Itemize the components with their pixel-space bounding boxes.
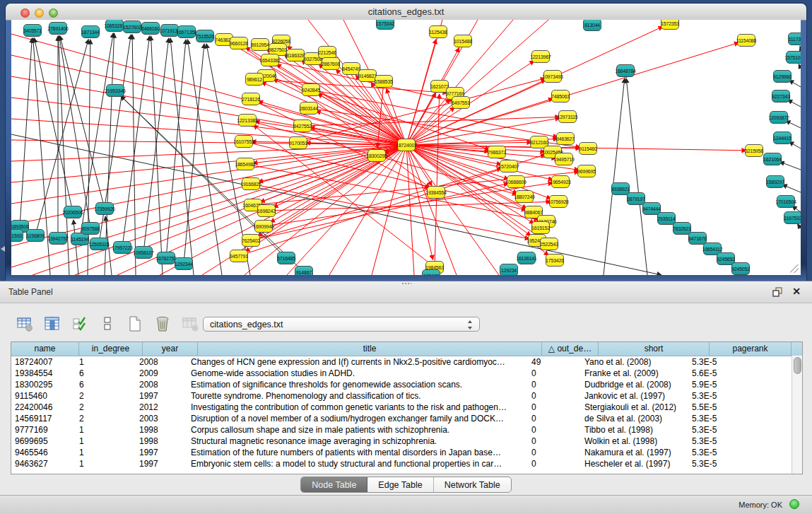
network-node[interactable]: 914867 bbox=[295, 266, 313, 275]
table-cell[interactable]: Yano et al. (2008) bbox=[581, 356, 688, 368]
table-selector-dropdown[interactable]: citations_edges.txt bbox=[203, 317, 480, 332]
network-node[interactable]: 27691406 bbox=[49, 22, 67, 35]
network-node[interactable]: 15751074 bbox=[786, 51, 801, 64]
trash-icon[interactable] bbox=[153, 315, 172, 333]
table-cell[interactable]: 9463627 bbox=[11, 458, 76, 469]
table-cell[interactable]: Wolkin et al. (1998) bbox=[581, 436, 688, 447]
table-cell[interactable]: 9115460 bbox=[11, 390, 76, 402]
table-cell[interactable]: Genome-wide association studies in ADHD. bbox=[187, 368, 528, 379]
panel-collapse-arrow-icon[interactable] bbox=[1, 246, 5, 252]
network-node[interactable]: 1871344 bbox=[81, 25, 100, 38]
network-node[interactable]: 2867608 bbox=[322, 57, 340, 70]
scrollbar-thumb[interactable] bbox=[794, 357, 801, 374]
network-node[interactable]: 813044 bbox=[583, 20, 601, 31]
table-cell[interactable]: 1997 bbox=[136, 458, 187, 469]
table-cell[interactable]: 18300295 bbox=[11, 379, 76, 390]
table-cell[interactable]: 9465546 bbox=[11, 447, 76, 458]
network-node[interactable]: 16909948 bbox=[254, 220, 273, 233]
network-node[interactable]: 18724007 bbox=[397, 139, 416, 151]
table-cell[interactable]: 0 bbox=[528, 424, 581, 436]
table-cell[interactable]: 2 bbox=[76, 390, 136, 402]
network-node[interactable]: 10958107 bbox=[134, 246, 153, 259]
network-node[interactable]: 12213383 bbox=[238, 114, 257, 127]
table-cell[interactable]: 0 bbox=[528, 390, 581, 402]
column-header-name[interactable]: name bbox=[11, 342, 79, 356]
window-resize-grip-icon[interactable] bbox=[790, 264, 799, 273]
table-cell[interactable]: 2008 bbox=[136, 356, 187, 368]
table-cell[interactable]: 2009 bbox=[136, 368, 187, 379]
network-node[interactable]: 129234 bbox=[500, 264, 518, 275]
network-node[interactable]: 10756928 bbox=[549, 195, 567, 208]
network-node[interactable]: 1167533 bbox=[784, 211, 801, 224]
table-cell[interactable]: de Silva et al. (2003) bbox=[581, 413, 688, 424]
network-node[interactable]: 1753426 bbox=[546, 254, 564, 267]
table-cell[interactable]: 49 bbox=[528, 356, 581, 368]
table-row[interactable]: 1830029562008Estimation of significance … bbox=[11, 379, 802, 390]
table-cell[interactable]: 5.5E-5 bbox=[688, 402, 767, 413]
float-window-icon[interactable] bbox=[772, 287, 782, 297]
network-node[interactable]: 16648784 bbox=[616, 64, 635, 77]
table-cell[interactable]: 0 bbox=[528, 413, 581, 424]
column-header-pagerank[interactable]: pagerank bbox=[710, 342, 792, 356]
table-cell[interactable]: 1 bbox=[76, 458, 136, 469]
close-panel-icon[interactable]: ✕ bbox=[792, 286, 801, 297]
table-cell[interactable]: 1 bbox=[76, 447, 136, 458]
panel-drag-grip-icon[interactable] bbox=[401, 282, 411, 286]
table-cell[interactable]: 1 bbox=[76, 356, 136, 368]
row-options-icon[interactable] bbox=[98, 315, 117, 333]
network-node[interactable]: 13942757 bbox=[49, 232, 67, 245]
column-header-out_de[interactable]: △ out_de… bbox=[542, 342, 599, 356]
network-node[interactable]: 9097588 bbox=[81, 222, 100, 235]
network-node[interactable]: 12505115 bbox=[90, 238, 108, 250]
network-node[interactable]: 12093872 bbox=[770, 111, 788, 124]
network-node[interactable]: 7485063 bbox=[551, 90, 570, 103]
network-node[interactable]: 9227343 bbox=[772, 90, 790, 103]
table-cell[interactable]: 5.6E-5 bbox=[688, 368, 767, 379]
table-cell[interactable]: 5.3E-5 bbox=[688, 413, 767, 424]
table-cell[interactable]: 1 bbox=[76, 436, 136, 447]
table-row[interactable]: 2242004622012Investigating the contribut… bbox=[11, 402, 802, 413]
network-node[interactable]: 16671358 bbox=[177, 25, 196, 38]
table-cell[interactable]: 5.3E-5 bbox=[688, 356, 767, 368]
table-cell[interactable]: 2003 bbox=[136, 413, 187, 424]
table-cell[interactable]: Estimation of the future numbers of pati… bbox=[187, 447, 528, 458]
table-cell[interactable]: 0 bbox=[528, 379, 581, 390]
network-node[interactable]: 10688609 bbox=[507, 175, 525, 188]
tab-network-table[interactable]: Network Table bbox=[434, 477, 511, 492]
table-cell[interactable]: Hescheler et al. (1997) bbox=[581, 458, 688, 469]
column-header-short[interactable]: short bbox=[599, 342, 710, 356]
table-row[interactable]: 977716911998Corpus callosum shape and si… bbox=[11, 424, 802, 436]
network-node[interactable]: 19654923 bbox=[551, 175, 570, 188]
network-node[interactable]: 20206506 bbox=[64, 206, 82, 218]
network-node[interactable]: 8912954 bbox=[251, 38, 269, 51]
network-node[interactable]: 7986372 bbox=[488, 146, 506, 158]
tab-node-table[interactable]: Node Table bbox=[301, 477, 367, 492]
table-cell[interactable]: 0 bbox=[528, 436, 581, 447]
network-node[interactable]: 16543382 bbox=[261, 54, 279, 66]
table-cell[interactable]: 1997 bbox=[136, 447, 187, 458]
network-canvas[interactable]: 3405571276914061871344106532871527602646… bbox=[11, 20, 801, 275]
table-row[interactable]: 946554611997Estimation of the future num… bbox=[11, 447, 802, 458]
network-node[interactable]: 7515526 bbox=[196, 30, 214, 42]
network-node[interactable]: 1588535 bbox=[375, 75, 393, 88]
table-cell[interactable]: 5.9E-5 bbox=[688, 379, 767, 390]
network-node[interactable]: 1292344 bbox=[175, 257, 193, 270]
table-row[interactable]: 1456911722003Disruption of a novel membe… bbox=[11, 413, 802, 424]
network-node[interactable]: 1527602 bbox=[123, 21, 141, 33]
table-cell[interactable]: 9777169 bbox=[11, 424, 76, 436]
tab-edge-table[interactable]: Edge Table bbox=[367, 477, 433, 492]
table-cell[interactable]: 19384554 bbox=[11, 368, 76, 379]
network-node[interactable]: 19166825 bbox=[242, 177, 260, 190]
table-cell[interactable]: 1998 bbox=[136, 424, 187, 436]
network-node[interactable]: 2522543 bbox=[540, 238, 558, 250]
network-node[interactable]: 1615152 bbox=[531, 221, 550, 234]
table-settings-icon[interactable] bbox=[16, 315, 34, 333]
network-node[interactable]: 2718126 bbox=[242, 93, 260, 105]
table-cell[interactable]: 0 bbox=[528, 402, 581, 413]
network-node[interactable]: 1125438 bbox=[429, 25, 447, 38]
network-node[interactable]: 6497551 bbox=[452, 96, 470, 109]
network-node[interactable]: 8427552 bbox=[293, 119, 312, 132]
column-checklist-icon[interactable] bbox=[71, 315, 89, 333]
network-node[interactable]: 1244415 bbox=[773, 132, 792, 144]
table-cell[interactable]: 18724007 bbox=[11, 356, 76, 368]
